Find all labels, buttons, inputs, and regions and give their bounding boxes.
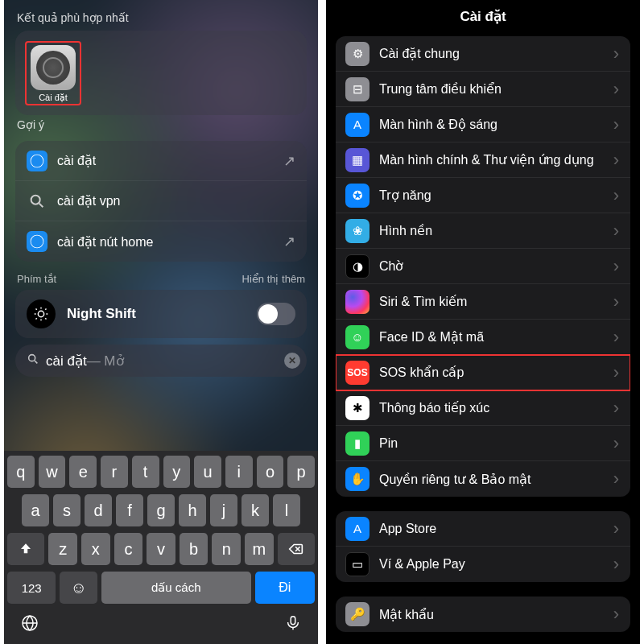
mic-icon[interactable] — [284, 614, 302, 635]
key-123[interactable]: 123 — [7, 572, 56, 604]
key-l[interactable]: l — [273, 494, 300, 526]
key-j[interactable]: j — [210, 494, 237, 526]
key-x[interactable]: x — [81, 533, 110, 565]
keyboard-row-3: zxcvbnm — [7, 533, 315, 565]
chevron-right-icon: › — [613, 554, 619, 575]
row-icon: A — [345, 113, 369, 137]
row-label: Thông báo tiếp xúc — [379, 400, 613, 415]
key-p[interactable]: p — [287, 456, 315, 488]
settings-row[interactable]: ❀Hình nền› — [336, 213, 630, 249]
globe-icon[interactable] — [20, 613, 39, 636]
chevron-right-icon: › — [613, 433, 619, 454]
night-shift-card[interactable]: Night Shift — [15, 290, 307, 338]
row-label: App Store — [379, 522, 613, 536]
settings-row[interactable]: Siri & Tìm kiếm› — [336, 284, 630, 320]
suggestion-label: cài đặt nút home — [57, 234, 283, 250]
key-q[interactable]: q — [7, 456, 35, 488]
night-shift-toggle[interactable] — [257, 303, 295, 325]
row-icon: ✱ — [345, 396, 369, 420]
settings-row[interactable]: ◑Chờ› — [336, 249, 630, 284]
settings-row[interactable]: SOSSOS khẩn cấp› — [336, 355, 630, 390]
best-match-title: Kết quả phù hợp nhất — [17, 11, 305, 24]
key-b[interactable]: b — [180, 533, 208, 565]
chevron-right-icon: › — [613, 221, 619, 242]
row-label: Cài đặt chung — [379, 46, 613, 61]
row-label: Màn hình & Độ sáng — [379, 117, 613, 132]
row-icon: ▦ — [345, 148, 369, 172]
key-s[interactable]: s — [53, 494, 80, 526]
chevron-right-icon: › — [613, 604, 619, 625]
settings-row[interactable]: ✱Thông báo tiếp xúc› — [336, 390, 630, 426]
key-delete[interactable] — [278, 533, 315, 565]
show-more-link[interactable]: Hiển thị thêm — [242, 273, 305, 285]
key-z[interactable]: z — [48, 533, 77, 565]
chevron-right-icon: › — [613, 398, 619, 419]
settings-app-icon — [31, 45, 76, 90]
key-space[interactable]: dấu cách — [101, 572, 251, 604]
key-c[interactable]: c — [114, 533, 143, 565]
shortcuts-header: Phím tắt Hiển thị thêm — [17, 273, 305, 285]
chevron-right-icon: › — [613, 469, 619, 489]
chevron-right-icon: › — [613, 79, 619, 100]
key-g[interactable]: g — [147, 494, 175, 526]
settings-group-3: 🔑Mật khẩu› — [336, 597, 630, 632]
key-k[interactable]: k — [242, 494, 269, 526]
chevron-right-icon: › — [613, 256, 619, 277]
key-shift[interactable] — [7, 533, 44, 565]
night-shift-label: Night Shift — [67, 306, 257, 322]
row-icon: ◑ — [345, 254, 369, 279]
settings-row[interactable]: ✪Trợ năng› — [336, 178, 630, 213]
gear-icon — [36, 51, 70, 85]
row-icon: 🔑 — [345, 602, 369, 626]
row-icon: SOS — [345, 361, 369, 385]
key-a[interactable]: a — [22, 494, 49, 526]
key-emoji[interactable]: ☺ — [60, 572, 97, 604]
settings-row[interactable]: ⊟Trung tâm điều khiển› — [336, 72, 630, 107]
settings-app-tile[interactable]: Cài đặt — [25, 41, 81, 105]
search-icon — [27, 353, 39, 369]
safari-icon — [27, 231, 47, 252]
settings-row[interactable]: ▮Pin› — [336, 426, 630, 461]
clear-search-button[interactable]: ✕ — [284, 353, 300, 369]
key-m[interactable]: m — [245, 533, 274, 565]
chevron-right-icon: › — [613, 43, 619, 64]
settings-row[interactable]: ▭Ví & Apple Pay› — [336, 547, 630, 582]
key-go[interactable]: Đi — [255, 572, 315, 604]
settings-row[interactable]: AMàn hình & Độ sáng› — [336, 107, 630, 142]
key-d[interactable]: d — [85, 494, 112, 526]
suggestion-row[interactable]: cài đặt vpn — [15, 181, 307, 221]
key-i[interactable]: i — [225, 456, 253, 488]
keyboard-row-1: qwertyuiop — [7, 456, 315, 488]
safari-icon — [27, 151, 47, 171]
row-label: Siri & Tìm kiếm — [379, 294, 613, 309]
chevron-right-icon: › — [613, 518, 619, 539]
key-t[interactable]: t — [132, 456, 159, 488]
key-f[interactable]: f — [116, 494, 143, 526]
key-v[interactable]: v — [147, 533, 175, 565]
settings-row[interactable]: AApp Store› — [336, 511, 630, 547]
search-typed-text: cài đặt — [46, 353, 87, 369]
row-icon — [345, 290, 369, 314]
row-icon: ❀ — [345, 219, 369, 243]
key-w[interactable]: w — [39, 456, 66, 488]
row-label: Face ID & Mật mã — [379, 329, 613, 345]
key-e[interactable]: e — [69, 456, 97, 488]
key-n[interactable]: n — [212, 533, 241, 565]
key-r[interactable]: r — [101, 456, 128, 488]
key-h[interactable]: h — [179, 494, 206, 526]
suggestion-row[interactable]: cài đặt nút home↗ — [15, 221, 307, 262]
row-label: Chờ — [379, 258, 613, 274]
settings-row[interactable]: ☺Face ID & Mật mã› — [336, 320, 630, 355]
row-icon: ▮ — [345, 431, 369, 456]
key-o[interactable]: o — [257, 456, 284, 488]
chevron-right-icon: › — [613, 362, 619, 383]
settings-row[interactable]: ✋Quyền riêng tư & Bảo mật› — [336, 461, 630, 497]
key-u[interactable]: u — [194, 456, 221, 488]
key-y[interactable]: y — [163, 456, 191, 488]
settings-row[interactable]: ▦Màn hình chính & Thư viện ứng dụng› — [336, 142, 630, 178]
suggestion-row[interactable]: cài đặt↗ — [15, 141, 307, 181]
settings-row[interactable]: 🔑Mật khẩu› — [336, 597, 630, 632]
row-icon: ☺ — [345, 325, 369, 349]
search-field[interactable]: cài đặt — Mở ✕ — [15, 345, 307, 377]
settings-row[interactable]: ⚙Cài đặt chung› — [336, 36, 630, 72]
